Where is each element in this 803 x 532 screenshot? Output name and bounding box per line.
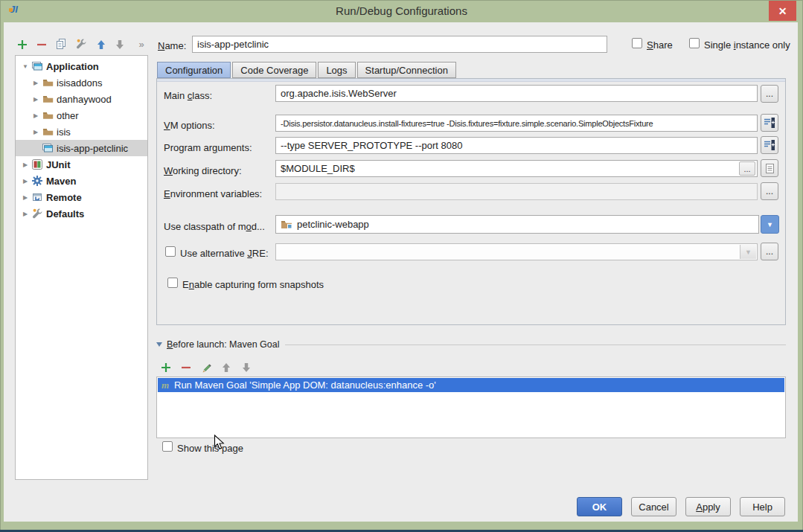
junit-icon: [31, 159, 44, 170]
remote-icon: [31, 192, 44, 202]
chevron-down-icon[interactable]: ▼: [20, 63, 31, 70]
tab-code-coverage[interactable]: Code Coverage: [232, 62, 316, 78]
before-launch-task-list: m Run Maven Goal 'Simple App DOM: datanu…: [156, 376, 786, 438]
tab-logs[interactable]: Logs: [318, 62, 355, 78]
tree-item-label: Remote: [46, 192, 82, 203]
document-icon: [765, 163, 775, 174]
main-class-browse-button[interactable]: ...: [761, 85, 778, 103]
folder-icon: [41, 78, 54, 87]
tree-item-label: isis-app-petclinic: [57, 143, 128, 154]
wrench-icon: [31, 208, 44, 219]
tree-item-application[interactable]: ▼ Application: [16, 58, 147, 74]
tree-item-junit[interactable]: ▶ JUnit: [16, 156, 147, 173]
cancel-button[interactable]: Cancel: [631, 497, 676, 516]
ellipsis-icon: ...: [766, 89, 773, 98]
working-directory-input[interactable]: [275, 160, 758, 177]
arrow-up-icon: [222, 362, 231, 373]
plus-icon: [17, 39, 28, 50]
copy-configuration-button[interactable]: [54, 36, 68, 51]
chevron-right-icon[interactable]: ▶: [31, 129, 41, 135]
show-this-page-checkbox[interactable]: [162, 441, 173, 452]
show-more-button[interactable]: »: [134, 36, 149, 51]
chevron-right-icon[interactable]: ▶: [31, 96, 41, 103]
alternative-jre-browse-button[interactable]: ...: [761, 243, 778, 260]
arrow-up-icon: [97, 39, 106, 50]
tree-item-label: isis: [57, 126, 71, 138]
before-launch-remove-button[interactable]: [179, 360, 193, 375]
use-alternative-jre-checkbox[interactable]: [165, 246, 176, 257]
working-directory-label: Working directory:: [164, 165, 242, 176]
main-class-label: Main class:: [164, 90, 212, 101]
remove-configuration-button[interactable]: [34, 37, 49, 52]
share-label: Share: [647, 39, 673, 51]
titlebar[interactable]: JI Run/Debug Configurations ✕: [0, 0, 803, 22]
tree-item-remote[interactable]: ▶ Remote: [16, 189, 147, 205]
chevron-right-icon[interactable]: ▶: [31, 80, 41, 86]
name-input[interactable]: [192, 36, 607, 53]
help-button[interactable]: Help: [740, 497, 785, 516]
single-instance-checkbox[interactable]: [689, 38, 700, 48]
vm-options-input[interactable]: [275, 115, 758, 132]
before-launch-header: Before launch: Maven Goal: [156, 339, 786, 350]
tree-item-isisaddons[interactable]: ▶ isisaddons: [16, 74, 147, 91]
copy-icon: [55, 38, 67, 50]
tree-item-isis[interactable]: ▶ isis: [16, 124, 147, 140]
main-class-input[interactable]: [275, 85, 758, 102]
folder-icon: [41, 127, 54, 136]
tab-configuration[interactable]: Configuration: [157, 62, 231, 78]
tree-item-label: Application: [46, 61, 99, 72]
vm-options-expand-button[interactable]: [761, 114, 778, 132]
apply-button[interactable]: Apply: [685, 497, 731, 516]
vm-options-label: VM options:: [164, 120, 215, 131]
classpath-dropdown-button[interactable]: ▼: [761, 215, 779, 234]
close-button[interactable]: ✕: [769, 1, 796, 21]
maven-goal-task-label: Run Maven Goal 'Simple App DOM: datanucl…: [174, 379, 436, 391]
show-this-page-label: Show this page: [177, 443, 243, 454]
expand-editor-icon: [764, 139, 775, 151]
before-launch-add-button[interactable]: [159, 360, 173, 375]
enable-snapshots-checkbox[interactable]: [167, 278, 178, 288]
working-directory-inline-browse-button[interactable]: ...: [739, 161, 755, 176]
add-configuration-button[interactable]: [15, 37, 30, 52]
tree-item-defaults[interactable]: ▶ Defaults: [16, 205, 147, 222]
collapse-triangle-icon[interactable]: [156, 342, 162, 347]
tree-item-isis-app-petclinic[interactable]: isis-app-petclinic: [16, 140, 147, 156]
maven-goal-task-row[interactable]: m Run Maven Goal 'Simple App DOM: datanu…: [158, 378, 784, 392]
enable-snapshots-label: Enable capturing form snapshots: [182, 279, 324, 290]
alternative-jre-combo[interactable]: ▼: [275, 243, 758, 260]
single-instance-label: Single instance only: [704, 39, 790, 51]
chevron-right-icon[interactable]: ▶: [31, 112, 41, 119]
classpath-module-combo[interactable]: petclinic-webapp: [275, 215, 759, 234]
share-checkbox[interactable]: [632, 38, 642, 48]
before-launch-edit-button[interactable]: [199, 360, 214, 375]
chevron-right-icon[interactable]: ▶: [20, 161, 31, 168]
tab-startup-connection[interactable]: Startup/Connection: [357, 62, 456, 78]
move-down-button[interactable]: [112, 37, 127, 52]
maven-icon: m: [161, 379, 174, 391]
ellipsis-icon: ...: [743, 164, 750, 173]
program-arguments-input[interactable]: [275, 137, 758, 154]
before-launch-move-down-button[interactable]: [239, 360, 254, 375]
tree-item-label: danhaywood: [57, 94, 112, 105]
tree-item-label: JUnit: [46, 159, 71, 170]
chevron-right-icon[interactable]: ▶: [20, 211, 31, 217]
environment-variables-label: Environment variables:: [164, 188, 262, 199]
configurations-tree: ▼ Application ▶ isisaddons ▶ danhaywood …: [15, 55, 148, 480]
tree-item-other[interactable]: ▶ other: [16, 107, 147, 124]
chevron-right-icon[interactable]: ▶: [20, 178, 31, 185]
module-icon: [281, 219, 292, 229]
before-launch-move-up-button[interactable]: [219, 360, 234, 375]
tree-item-danhaywood[interactable]: ▶ danhaywood: [16, 91, 147, 107]
chevron-right-icon[interactable]: ▶: [20, 194, 31, 201]
program-arguments-expand-button[interactable]: [761, 136, 778, 154]
ok-button[interactable]: OK: [577, 497, 622, 516]
arrow-down-icon: [115, 39, 124, 50]
environment-variables-input[interactable]: [275, 183, 758, 200]
tree-item-maven[interactable]: ▶ Maven: [16, 173, 147, 189]
working-directory-macro-button[interactable]: [761, 159, 778, 177]
edit-defaults-button[interactable]: [74, 36, 89, 51]
environment-variables-browse-button[interactable]: ...: [761, 182, 778, 200]
before-launch-title: Before launch: Maven Goal: [167, 339, 279, 350]
program-arguments-label: Program arguments:: [164, 142, 252, 153]
move-up-button[interactable]: [94, 37, 109, 52]
